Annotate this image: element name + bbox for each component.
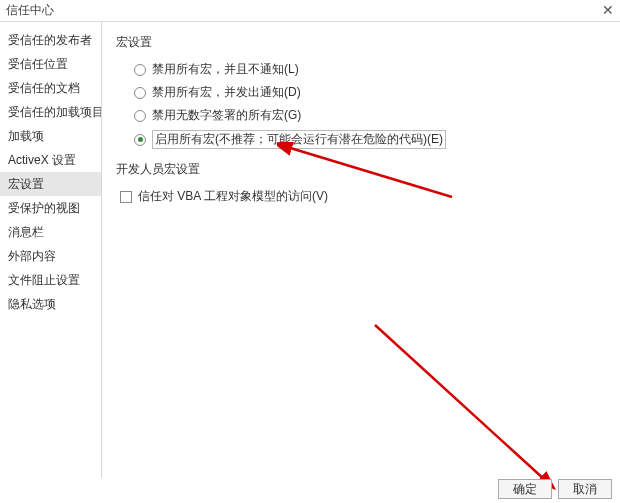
radio-icon (134, 64, 146, 76)
checkbox-icon (120, 191, 132, 203)
window-title: 信任中心 (6, 2, 54, 19)
radio-icon (134, 110, 146, 122)
sidebar-item-trusted-documents[interactable]: 受信任的文档 (0, 76, 101, 100)
sidebar-item-label: 受信任的发布者 (8, 33, 92, 47)
sidebar: 受信任的发布者 受信任位置 受信任的文档 受信任的加载项目录 加载项 Activ… (0, 22, 102, 478)
radio-disable-unsigned[interactable]: 禁用无数字签署的所有宏(G) (134, 107, 606, 124)
sidebar-item-external-content[interactable]: 外部内容 (0, 244, 101, 268)
radio-label: 禁用所有宏，并且不通知(L) (152, 61, 299, 78)
radio-label: 禁用无数字签署的所有宏(G) (152, 107, 301, 124)
titlebar: 信任中心 ✕ (0, 0, 620, 22)
button-label: 取消 (573, 481, 597, 498)
sidebar-item-label: 文件阻止设置 (8, 273, 80, 287)
cancel-button[interactable]: 取消 (558, 479, 612, 499)
radio-icon (134, 87, 146, 99)
sidebar-item-label: 消息栏 (8, 225, 44, 239)
radio-disable-all-no-notify[interactable]: 禁用所有宏，并且不通知(L) (134, 61, 606, 78)
main-panel: 宏设置 禁用所有宏，并且不通知(L) 禁用所有宏，并发出通知(D) 禁用无数字签… (102, 22, 620, 478)
sidebar-item-message-bar[interactable]: 消息栏 (0, 220, 101, 244)
sidebar-item-trusted-publishers[interactable]: 受信任的发布者 (0, 28, 101, 52)
button-label: 确定 (513, 481, 537, 498)
radio-label: 禁用所有宏，并发出通知(D) (152, 84, 301, 101)
sidebar-item-label: 受信任的文档 (8, 81, 80, 95)
ok-button[interactable]: 确定 (498, 479, 552, 499)
sidebar-item-privacy-options[interactable]: 隐私选项 (0, 292, 101, 316)
sidebar-item-activex-settings[interactable]: ActiveX 设置 (0, 148, 101, 172)
sidebar-item-label: 加载项 (8, 129, 44, 143)
sidebar-item-file-block-settings[interactable]: 文件阻止设置 (0, 268, 101, 292)
sidebar-item-label: ActiveX 设置 (8, 153, 76, 167)
sidebar-item-label: 受保护的视图 (8, 201, 80, 215)
radio-label: 启用所有宏(不推荐；可能会运行有潜在危险的代码)(E) (152, 130, 446, 149)
dialog-footer: 确定 取消 (498, 479, 612, 499)
sidebar-item-protected-view[interactable]: 受保护的视图 (0, 196, 101, 220)
radio-disable-all-notify[interactable]: 禁用所有宏，并发出通知(D) (134, 84, 606, 101)
developer-macro-heading: 开发人员宏设置 (116, 161, 606, 178)
sidebar-item-trusted-addin-catalog[interactable]: 受信任的加载项目录 (0, 100, 101, 124)
sidebar-item-trusted-locations[interactable]: 受信任位置 (0, 52, 101, 76)
sidebar-item-label: 受信任的加载项目录 (8, 105, 101, 119)
sidebar-item-label: 受信任位置 (8, 57, 68, 71)
sidebar-item-addins[interactable]: 加载项 (0, 124, 101, 148)
radio-icon (134, 134, 146, 146)
sidebar-item-macro-settings[interactable]: 宏设置 (0, 172, 101, 196)
radio-enable-all[interactable]: 启用所有宏(不推荐；可能会运行有潜在危险的代码)(E) (134, 130, 606, 149)
dialog-body: 受信任的发布者 受信任位置 受信任的文档 受信任的加载项目录 加载项 Activ… (0, 22, 620, 478)
checkbox-trust-vba[interactable]: 信任对 VBA 工程对象模型的访问(V) (116, 188, 606, 205)
checkbox-label: 信任对 VBA 工程对象模型的访问(V) (138, 188, 328, 205)
sidebar-item-label: 外部内容 (8, 249, 56, 263)
close-icon[interactable]: ✕ (602, 2, 614, 18)
macro-settings-heading: 宏设置 (116, 34, 606, 51)
macro-radio-group: 禁用所有宏，并且不通知(L) 禁用所有宏，并发出通知(D) 禁用无数字签署的所有… (116, 61, 606, 149)
sidebar-item-label: 隐私选项 (8, 297, 56, 311)
sidebar-item-label: 宏设置 (8, 177, 44, 191)
